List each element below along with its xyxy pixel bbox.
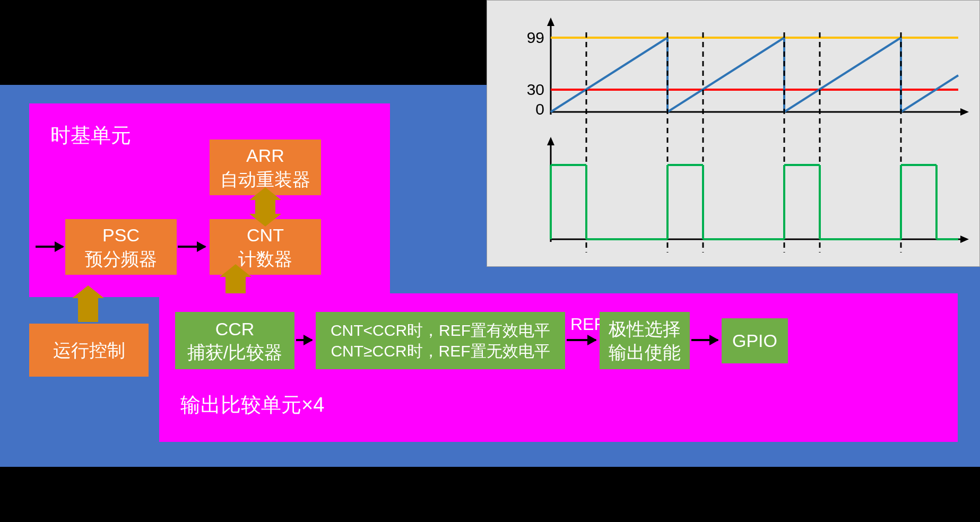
run-control-block: 运行控制	[29, 324, 149, 377]
arrow-ccr-to-logic	[296, 339, 312, 341]
ccr-line2: 捕获/比较器	[187, 341, 282, 364]
arrow-psc-to-cnt	[178, 246, 205, 248]
ccr-line1: CCR	[215, 317, 255, 341]
psc-block: PSC 预分频器	[65, 219, 177, 275]
cnt-line1: CNT	[247, 223, 284, 247]
logic-line2: CNT≥CCR时，REF置无效电平	[331, 341, 550, 361]
svg-line-10	[784, 38, 901, 112]
psc-line2: 预分频器	[85, 247, 157, 271]
arrow-logic-to-polarity	[567, 339, 596, 341]
gpio-block: GPIO	[722, 318, 788, 363]
arrow-runctrl-up	[78, 297, 98, 322]
polarity-line1: 极性选择	[609, 317, 681, 341]
polarity-line2: 输出使能	[609, 341, 681, 364]
logic-block: CNT<CCR时，REF置有效电平 CNT≥CCR时，REF置无效电平	[316, 312, 565, 369]
svg-line-6	[551, 38, 667, 112]
logic-line1: CNT<CCR时，REF置有效电平	[331, 320, 550, 341]
svg-marker-3	[960, 108, 969, 116]
output-compare-unit: CCR 捕获/比较器 CNT<CCR时，REF置有效电平 CNT≥CCR时，RE…	[159, 293, 958, 442]
timebase-title: 时基单元	[50, 122, 131, 149]
waveform-svg: 99 30 0	[487, 1, 980, 267]
psc-line1: PSC	[102, 223, 140, 247]
arrow-input-to-psc	[36, 246, 63, 248]
arrow-polarity-to-gpio	[691, 339, 718, 341]
svg-marker-20	[547, 137, 554, 145]
chart-ylabel-30: 30	[527, 81, 544, 98]
oc-title: 输出比较单元×4	[180, 392, 324, 419]
timebase-unit: 时基单元 PSC 预分频器 CNT 计数器 ARR 自动重装器	[29, 103, 390, 297]
svg-marker-22	[960, 236, 969, 243]
svg-line-12	[901, 75, 958, 112]
gpio-label: GPIO	[732, 329, 777, 352]
arr-line1: ARR	[246, 144, 284, 167]
waveform-chart: 99 30 0	[487, 0, 980, 267]
chart-ylabel-0: 0	[535, 100, 544, 118]
ccr-block: CCR 捕获/比较器	[175, 312, 294, 369]
arrow-arr-cnt	[255, 199, 275, 215]
svg-line-8	[667, 38, 784, 112]
chart-ylabel-99: 99	[527, 29, 544, 46]
polarity-block: 极性选择 输出使能	[600, 312, 690, 369]
run-control-label: 运行控制	[53, 338, 125, 362]
svg-marker-1	[547, 18, 554, 26]
